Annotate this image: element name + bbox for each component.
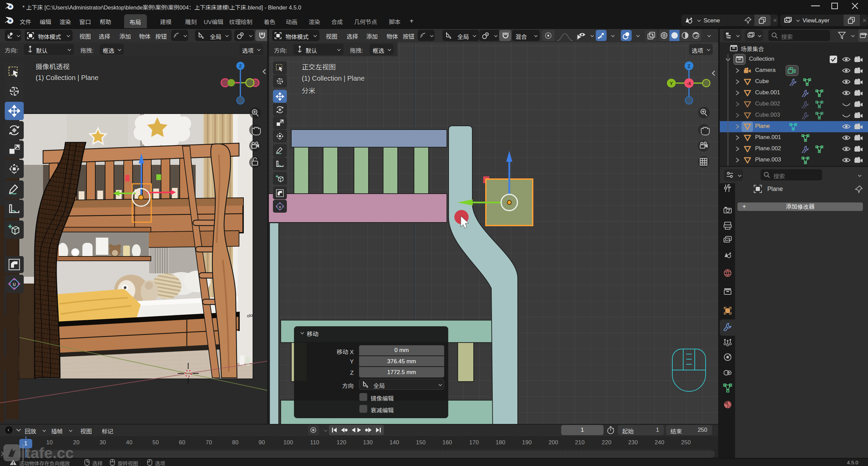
svg-text:Y: Y xyxy=(670,81,673,86)
svg-text:Z: Z xyxy=(239,63,242,69)
svg-text:Z: Z xyxy=(688,63,691,69)
svg-text:u: u xyxy=(279,205,281,209)
svg-text:u: u xyxy=(13,281,16,287)
svg-text:-X: -X xyxy=(687,81,691,86)
